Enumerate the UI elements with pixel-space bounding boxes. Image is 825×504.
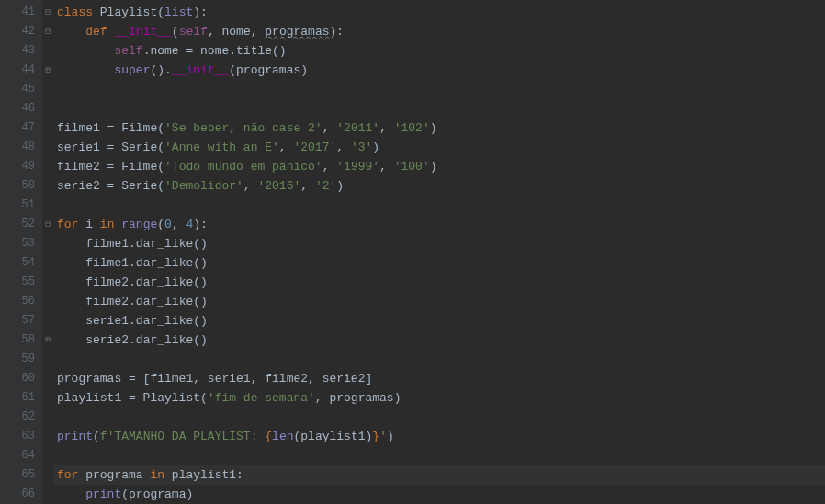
token-ident: programas = [filme1, serie1, filme2, ser… xyxy=(57,372,372,386)
code-line[interactable]: for programa in playlist1: xyxy=(53,465,825,485)
code-line[interactable] xyxy=(53,196,825,215)
line-number-gutter: 4142434445464748495051525354555657585960… xyxy=(0,0,42,504)
code-line[interactable] xyxy=(53,350,825,369)
code-line[interactable]: filme2.dar_like() xyxy=(53,292,825,311)
line-number: 42 xyxy=(0,22,42,41)
code-line[interactable] xyxy=(53,80,825,99)
line-number: 54 xyxy=(0,253,42,273)
fold-marker[interactable]: ⊞ xyxy=(42,330,53,350)
line-number: 50 xyxy=(0,176,42,196)
token-builtin: list xyxy=(164,6,193,19)
token-ident: ) xyxy=(430,121,437,135)
code-line[interactable]: playlist1 = Playlist('fim de semana', pr… xyxy=(53,388,825,408)
token-ident: , xyxy=(336,140,351,154)
code-line[interactable]: serie1.dar_like() xyxy=(53,311,825,330)
token-ident: , nome, xyxy=(208,25,265,39)
token-str: '2011' xyxy=(336,121,379,135)
fold-marker xyxy=(42,292,53,311)
code-line[interactable]: for i in range(0, 4): xyxy=(53,215,825,234)
code-line[interactable] xyxy=(53,446,825,465)
code-line[interactable]: serie2 = Serie('Demolidor', '2016', '2') xyxy=(53,176,825,196)
token-str: ' xyxy=(379,430,387,443)
token-kw: for xyxy=(57,218,85,231)
token-ident: filme2.dar_like() xyxy=(85,275,208,289)
code-line[interactable]: programas = [filme1, serie1, filme2, ser… xyxy=(53,369,825,388)
token-fstr-brace: } xyxy=(372,430,379,443)
line-number: 55 xyxy=(0,273,42,292)
line-number: 65 xyxy=(0,465,42,485)
token-ident: ): xyxy=(193,218,208,231)
code-line[interactable]: filme1.dar_like() xyxy=(53,253,825,273)
code-line[interactable]: serie2.dar_like() xyxy=(53,330,825,350)
token-ident: ) xyxy=(430,160,437,174)
fold-marker xyxy=(42,273,53,292)
token-fstr-brace: { xyxy=(265,430,272,443)
line-number: 64 xyxy=(0,446,42,465)
token-ident: playlist1 = Playlist( xyxy=(57,391,208,405)
token-ident: (). xyxy=(150,63,171,77)
fold-marker[interactable]: ⊟ xyxy=(42,22,53,41)
token-kw: class xyxy=(57,6,100,19)
fold-marker xyxy=(42,311,53,330)
token-ident: ) xyxy=(336,179,344,193)
line-number: 53 xyxy=(0,234,42,253)
fold-marker xyxy=(42,253,53,273)
code-line[interactable]: filme1.dar_like() xyxy=(53,234,825,253)
fold-marker xyxy=(42,99,53,118)
code-line[interactable]: self.nome = nome.title() xyxy=(53,41,825,61)
line-number: 51 xyxy=(0,196,42,215)
line-number: 58 xyxy=(0,330,42,350)
token-ident: (programas) xyxy=(229,63,308,77)
code-line[interactable]: print(programa) xyxy=(53,485,825,504)
line-number: 56 xyxy=(0,292,42,311)
fold-marker xyxy=(42,157,53,176)
token-builtin: len xyxy=(272,430,293,443)
token-ident: , xyxy=(300,179,315,193)
token-ident: .nome = nome.title() xyxy=(143,44,287,58)
token-ident: , programas) xyxy=(315,391,401,405)
code-line[interactable] xyxy=(53,408,825,427)
code-line[interactable]: serie1 = Serie('Anne with an E', '2017',… xyxy=(53,138,825,157)
token-ident: serie1 = Serie( xyxy=(57,140,164,154)
fold-marker xyxy=(42,118,53,138)
token-ident: serie1.dar_like() xyxy=(85,314,208,328)
token-builtin: print xyxy=(57,430,93,443)
fold-marker xyxy=(42,388,53,408)
token-ident: ( xyxy=(172,25,179,39)
fold-gutter[interactable]: ⊟⊟⊞⊟⊞ xyxy=(42,0,53,504)
token-builtin: print xyxy=(85,487,121,501)
token-str: '3' xyxy=(351,140,372,154)
line-number: 66 xyxy=(0,485,42,504)
token-ident: programa xyxy=(85,468,150,482)
line-number: 44 xyxy=(0,61,42,80)
line-number: 59 xyxy=(0,350,42,369)
fold-marker xyxy=(42,427,53,446)
fold-marker[interactable]: ⊟ xyxy=(42,215,53,234)
line-number: 48 xyxy=(0,138,42,157)
code-line[interactable]: print(f'TAMANHO DA PLAYLIST: {len(playli… xyxy=(53,427,825,446)
fold-marker xyxy=(42,41,53,61)
code-line[interactable]: class Playlist(list): xyxy=(53,3,825,22)
token-param: programas xyxy=(265,25,329,39)
code-editor[interactable]: 4142434445464748495051525354555657585960… xyxy=(0,0,825,504)
line-number: 43 xyxy=(0,41,42,61)
token-str: '2016' xyxy=(257,179,300,193)
code-line[interactable]: super().__init__(programas) xyxy=(53,61,825,80)
code-line[interactable] xyxy=(53,99,825,118)
fold-marker xyxy=(42,350,53,369)
fold-marker[interactable]: ⊞ xyxy=(42,61,53,80)
token-ident: ): xyxy=(330,25,345,39)
fold-marker xyxy=(42,80,53,99)
code-area[interactable]: class Playlist(list): def __init__(self,… xyxy=(53,0,825,504)
code-line[interactable]: filme2 = Filme('Todo mundo em pânico', '… xyxy=(53,157,825,176)
fold-marker xyxy=(42,369,53,388)
token-ident: Playlist( xyxy=(100,6,164,19)
token-str: '2017' xyxy=(293,140,336,154)
token-ident: i xyxy=(85,218,100,231)
token-self: self xyxy=(179,25,208,39)
token-ident: filme1 = Filme( xyxy=(57,121,164,135)
code-line[interactable]: def __init__(self, nome, programas): xyxy=(53,22,825,41)
fold-marker[interactable]: ⊟ xyxy=(42,3,53,22)
code-line[interactable]: filme2.dar_like() xyxy=(53,273,825,292)
code-line[interactable]: filme1 = Filme('Se beber, não case 2', '… xyxy=(53,118,825,138)
